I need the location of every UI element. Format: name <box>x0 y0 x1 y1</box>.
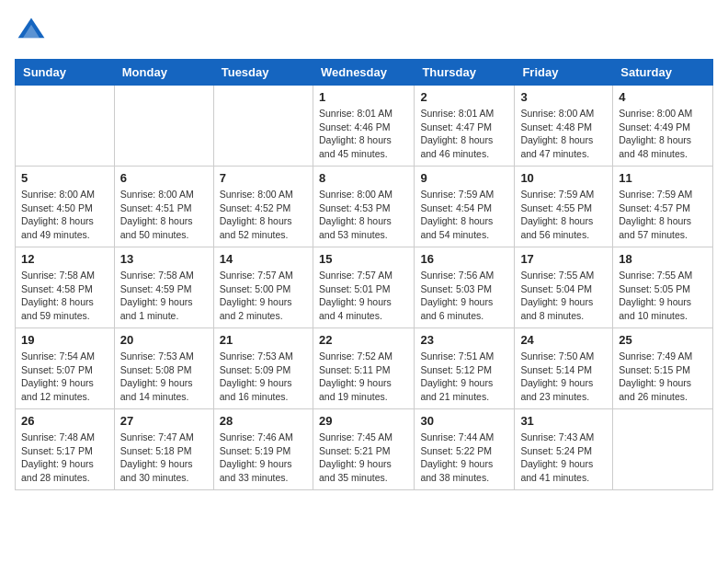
day-info: Sunrise: 7:59 AMSunset: 4:55 PMDaylight:… <box>520 188 607 242</box>
day-number: 9 <box>420 171 508 185</box>
day-cell-19: 19Sunrise: 7:54 AMSunset: 5:07 PMDayligh… <box>16 328 115 409</box>
day-cell-1: 1Sunrise: 8:01 AMSunset: 4:46 PMDaylight… <box>313 86 414 167</box>
day-cell-22: 22Sunrise: 7:52 AMSunset: 5:11 PMDayligh… <box>313 328 414 409</box>
day-cell-17: 17Sunrise: 7:55 AMSunset: 5:04 PMDayligh… <box>515 247 613 328</box>
day-info: Sunrise: 7:52 AMSunset: 5:11 PMDaylight:… <box>319 350 408 404</box>
day-info: Sunrise: 8:01 AMSunset: 4:47 PMDaylight:… <box>420 107 508 161</box>
day-info: Sunrise: 8:00 AMSunset: 4:49 PMDaylight:… <box>619 107 707 161</box>
day-number: 25 <box>619 333 707 347</box>
day-number: 2 <box>420 90 508 104</box>
day-cell-26: 26Sunrise: 7:48 AMSunset: 5:17 PMDayligh… <box>16 409 115 490</box>
day-cell-6: 6Sunrise: 8:00 AMSunset: 4:51 PMDaylight… <box>114 167 213 247</box>
day-number: 10 <box>520 171 607 185</box>
header-friday: Friday <box>515 60 613 86</box>
day-number: 29 <box>319 414 408 428</box>
header-saturday: Saturday <box>613 60 713 86</box>
day-number: 20 <box>120 333 208 347</box>
header-tuesday: Tuesday <box>213 60 313 86</box>
day-number: 23 <box>420 333 508 347</box>
day-cell-28: 28Sunrise: 7:46 AMSunset: 5:19 PMDayligh… <box>213 409 313 490</box>
day-info: Sunrise: 7:55 AMSunset: 5:04 PMDaylight:… <box>520 269 607 323</box>
day-info: Sunrise: 7:50 AMSunset: 5:14 PMDaylight:… <box>520 350 607 404</box>
day-cell-16: 16Sunrise: 7:56 AMSunset: 5:03 PMDayligh… <box>415 247 515 328</box>
day-cell-31: 31Sunrise: 7:43 AMSunset: 5:24 PMDayligh… <box>515 409 613 490</box>
empty-cell <box>213 86 313 167</box>
day-number: 22 <box>319 333 408 347</box>
day-info: Sunrise: 7:54 AMSunset: 5:07 PMDaylight:… <box>21 350 108 404</box>
day-number: 26 <box>21 414 108 428</box>
empty-cell <box>613 409 713 490</box>
day-cell-7: 7Sunrise: 8:00 AMSunset: 4:52 PMDaylight… <box>213 167 313 247</box>
week-row-2: 5Sunrise: 8:00 AMSunset: 4:50 PMDaylight… <box>16 167 713 247</box>
day-info: Sunrise: 8:00 AMSunset: 4:48 PMDaylight:… <box>520 107 607 161</box>
day-number: 15 <box>319 252 408 266</box>
day-number: 16 <box>420 252 508 266</box>
header-sunday: Sunday <box>16 60 115 86</box>
day-number: 3 <box>520 90 607 104</box>
day-number: 12 <box>21 252 108 266</box>
day-info: Sunrise: 7:57 AMSunset: 5:01 PMDaylight:… <box>319 269 408 323</box>
week-row-4: 19Sunrise: 7:54 AMSunset: 5:07 PMDayligh… <box>16 328 713 409</box>
empty-cell <box>114 86 213 167</box>
day-number: 14 <box>220 252 307 266</box>
day-cell-27: 27Sunrise: 7:47 AMSunset: 5:18 PMDayligh… <box>114 409 213 490</box>
day-cell-8: 8Sunrise: 8:00 AMSunset: 4:53 PMDaylight… <box>313 167 414 247</box>
day-info: Sunrise: 7:55 AMSunset: 5:05 PMDaylight:… <box>619 269 707 323</box>
header-wednesday: Wednesday <box>313 60 414 86</box>
page-header <box>15 15 713 48</box>
calendar-table: SundayMondayTuesdayWednesdayThursdayFrid… <box>15 59 713 490</box>
day-number: 8 <box>319 171 408 185</box>
day-cell-18: 18Sunrise: 7:55 AMSunset: 5:05 PMDayligh… <box>613 247 713 328</box>
calendar-header-row: SundayMondayTuesdayWednesdayThursdayFrid… <box>16 60 713 86</box>
day-number: 6 <box>120 171 208 185</box>
day-cell-20: 20Sunrise: 7:53 AMSunset: 5:08 PMDayligh… <box>114 328 213 409</box>
day-cell-5: 5Sunrise: 8:00 AMSunset: 4:50 PMDaylight… <box>16 167 115 247</box>
day-number: 13 <box>120 252 208 266</box>
logo-icon <box>15 15 48 48</box>
day-info: Sunrise: 8:00 AMSunset: 4:52 PMDaylight:… <box>220 188 307 242</box>
day-number: 5 <box>21 171 108 185</box>
day-info: Sunrise: 7:48 AMSunset: 5:17 PMDaylight:… <box>21 431 108 485</box>
day-cell-9: 9Sunrise: 7:59 AMSunset: 4:54 PMDaylight… <box>415 167 515 247</box>
day-number: 18 <box>619 252 707 266</box>
day-cell-29: 29Sunrise: 7:45 AMSunset: 5:21 PMDayligh… <box>313 409 414 490</box>
day-info: Sunrise: 7:53 AMSunset: 5:09 PMDaylight:… <box>220 350 307 404</box>
day-info: Sunrise: 7:44 AMSunset: 5:22 PMDaylight:… <box>420 431 508 485</box>
day-info: Sunrise: 7:53 AMSunset: 5:08 PMDaylight:… <box>120 350 208 404</box>
day-info: Sunrise: 7:56 AMSunset: 5:03 PMDaylight:… <box>420 269 508 323</box>
day-info: Sunrise: 7:46 AMSunset: 5:19 PMDaylight:… <box>220 431 307 485</box>
day-info: Sunrise: 7:49 AMSunset: 5:15 PMDaylight:… <box>619 350 707 404</box>
header-monday: Monday <box>114 60 213 86</box>
week-row-1: 1Sunrise: 8:01 AMSunset: 4:46 PMDaylight… <box>16 86 713 167</box>
day-info: Sunrise: 7:51 AMSunset: 5:12 PMDaylight:… <box>420 350 508 404</box>
day-cell-23: 23Sunrise: 7:51 AMSunset: 5:12 PMDayligh… <box>415 328 515 409</box>
day-cell-11: 11Sunrise: 7:59 AMSunset: 4:57 PMDayligh… <box>613 167 713 247</box>
day-info: Sunrise: 7:47 AMSunset: 5:18 PMDaylight:… <box>120 431 208 485</box>
day-info: Sunrise: 7:59 AMSunset: 4:57 PMDaylight:… <box>619 188 707 242</box>
day-number: 31 <box>520 414 607 428</box>
day-number: 7 <box>220 171 307 185</box>
day-info: Sunrise: 8:00 AMSunset: 4:53 PMDaylight:… <box>319 188 408 242</box>
day-cell-12: 12Sunrise: 7:58 AMSunset: 4:58 PMDayligh… <box>16 247 115 328</box>
day-cell-14: 14Sunrise: 7:57 AMSunset: 5:00 PMDayligh… <box>213 247 313 328</box>
day-number: 17 <box>520 252 607 266</box>
day-info: Sunrise: 8:01 AMSunset: 4:46 PMDaylight:… <box>319 107 408 161</box>
day-cell-24: 24Sunrise: 7:50 AMSunset: 5:14 PMDayligh… <box>515 328 613 409</box>
day-info: Sunrise: 7:43 AMSunset: 5:24 PMDaylight:… <box>520 431 607 485</box>
day-number: 19 <box>21 333 108 347</box>
day-cell-4: 4Sunrise: 8:00 AMSunset: 4:49 PMDaylight… <box>613 86 713 167</box>
day-info: Sunrise: 8:00 AMSunset: 4:51 PMDaylight:… <box>120 188 208 242</box>
day-number: 4 <box>619 90 707 104</box>
day-cell-15: 15Sunrise: 7:57 AMSunset: 5:01 PMDayligh… <box>313 247 414 328</box>
week-row-3: 12Sunrise: 7:58 AMSunset: 4:58 PMDayligh… <box>16 247 713 328</box>
day-cell-25: 25Sunrise: 7:49 AMSunset: 5:15 PMDayligh… <box>613 328 713 409</box>
day-cell-2: 2Sunrise: 8:01 AMSunset: 4:47 PMDaylight… <box>415 86 515 167</box>
day-info: Sunrise: 7:57 AMSunset: 5:00 PMDaylight:… <box>220 269 307 323</box>
day-number: 28 <box>220 414 307 428</box>
header-thursday: Thursday <box>415 60 515 86</box>
day-info: Sunrise: 8:00 AMSunset: 4:50 PMDaylight:… <box>21 188 108 242</box>
day-info: Sunrise: 7:58 AMSunset: 4:58 PMDaylight:… <box>21 269 108 323</box>
logo <box>15 15 51 48</box>
empty-cell <box>16 86 115 167</box>
day-cell-13: 13Sunrise: 7:58 AMSunset: 4:59 PMDayligh… <box>114 247 213 328</box>
